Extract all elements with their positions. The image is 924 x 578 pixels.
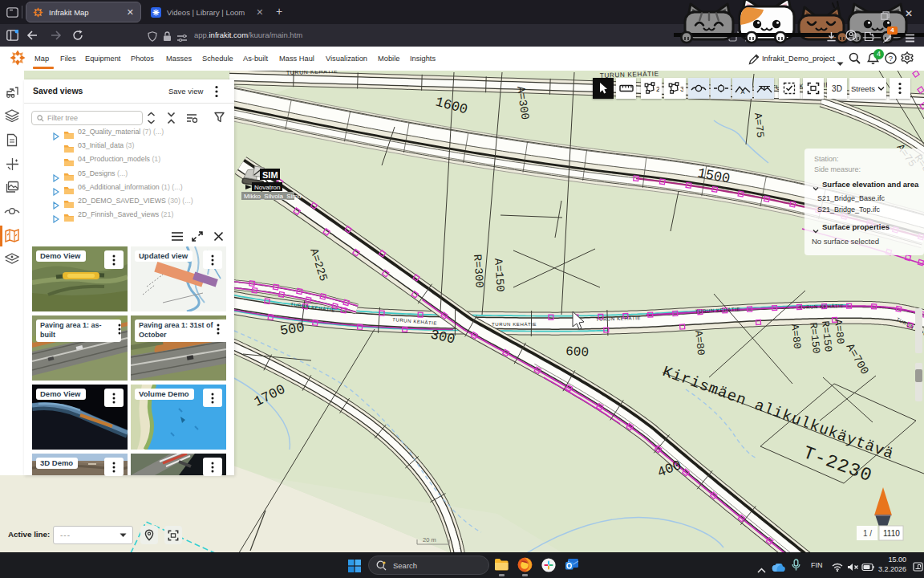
svg-text:TURUN KEHÄTIE: TURUN KEHÄTIE: [492, 322, 537, 327]
svg-text:Novatron: Novatron: [254, 184, 280, 191]
svg-text:R=300: R=300: [471, 254, 486, 288]
svg-text:1 /: 1 /: [863, 529, 872, 538]
svg-text:?: ?: [889, 54, 893, 63]
svg-text:A=150: A=150: [492, 258, 507, 292]
svg-text:20 m: 20 m: [423, 536, 436, 543]
svg-text:1110: 1110: [883, 529, 900, 538]
svg-text:Mikko_Silvola_Simu: Mikko_Silvola_Simu: [244, 193, 302, 200]
svg-text:3: 3: [680, 85, 683, 93]
svg-text:600: 600: [565, 344, 590, 360]
svg-text:A: A: [740, 88, 744, 94]
svg-text:SIM: SIM: [262, 170, 278, 180]
svg-text:2: 2: [656, 85, 659, 93]
